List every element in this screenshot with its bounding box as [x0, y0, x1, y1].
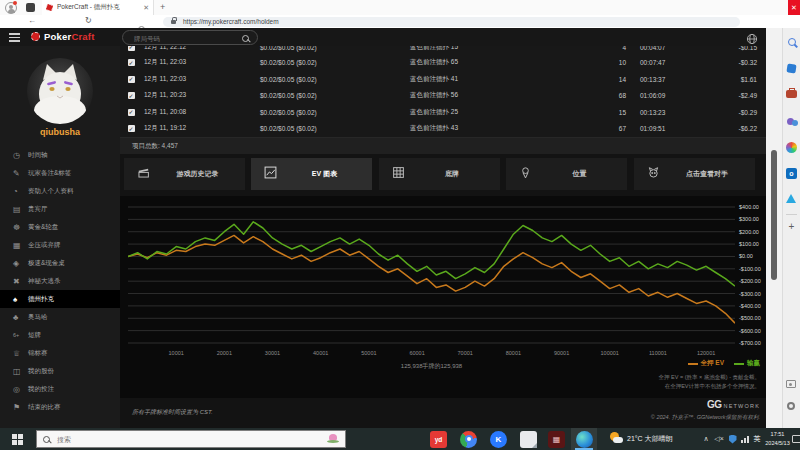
- table-row[interactable]: 12月 11, 22:03$0.02/$0.05 ($0.02)蓝色前注德扑 6…: [120, 55, 766, 73]
- tab-ev-graph[interactable]: EV 图表: [251, 158, 372, 190]
- sidebar-item-label: 黄金&轮盘: [28, 223, 58, 232]
- sidebar-item-gold-roulette[interactable]: ☸黄金&轮盘: [0, 218, 120, 236]
- legend-item[interactable]: 全押 EV: [688, 359, 724, 368]
- taskbar-search-input[interactable]: [55, 435, 322, 444]
- sidebar-item-my-bets[interactable]: ◎我的投注: [0, 380, 120, 398]
- cell-stakes: $0.02/$0.05 ($0.02): [260, 59, 410, 66]
- legend-item[interactable]: 输赢: [734, 359, 760, 368]
- sidebar-item-label: 玩家备注&标签: [28, 169, 71, 178]
- hole-cards-icon: [392, 165, 405, 183]
- cell-stakes: $0.02/$0.05 ($0.02): [260, 76, 410, 83]
- browser-tab[interactable]: PokerCraft - 德州扑克 ✕: [42, 0, 154, 15]
- security-shield-icon[interactable]: [727, 428, 738, 450]
- sidebar-item-label: 全压或弃牌: [28, 241, 61, 250]
- sidebar-item-label: 锦标赛: [28, 349, 48, 358]
- tab-position[interactable]: 位置: [506, 158, 627, 190]
- new-tab-button[interactable]: +: [160, 2, 165, 12]
- row-checkbox[interactable]: [128, 109, 135, 116]
- cell-hands: 67: [578, 125, 626, 132]
- designer-icon[interactable]: [786, 142, 797, 153]
- close-window-button[interactable]: ✕: [788, 0, 800, 15]
- tray-chevron-icon[interactable]: ∧: [700, 428, 712, 450]
- ev-graph[interactable]: [128, 202, 735, 348]
- table-row[interactable]: 12月 11, 22:03$0.02/$0.05 ($0.02)蓝色前注德扑 4…: [120, 71, 766, 89]
- table-row[interactable]: 12月 11, 20:08$0.02/$0.05 ($0.02)蓝色前注德扑 2…: [120, 104, 766, 122]
- volume-muted-icon[interactable]: ◁×: [713, 428, 725, 450]
- sidebar-item-holdem[interactable]: ♠德州扑克: [0, 290, 120, 308]
- sidebar-item-player-notes-labels[interactable]: ✎玩家备注&标签: [0, 164, 120, 182]
- briefcase-icon[interactable]: [786, 90, 797, 98]
- quark-icon[interactable]: K: [490, 431, 507, 448]
- x-axis-label: 30001: [256, 350, 290, 356]
- sidebar-item-battle-royale[interactable]: ✖神秘大逃杀: [0, 272, 120, 290]
- legend-label: 输赢: [747, 359, 760, 368]
- search-highlight-lotus-icon[interactable]: [327, 434, 339, 444]
- cell-stakes: $0.02/$0.05 ($0.02): [260, 125, 410, 132]
- address-bar[interactable]: https://my.pokercraft.com/holdem: [163, 17, 740, 27]
- weather-text[interactable]: 21°C 大部晴朗: [627, 434, 673, 444]
- settings-gear-icon[interactable]: [787, 402, 795, 410]
- notes-icon[interactable]: [520, 431, 537, 448]
- notification-center-icon[interactable]: [792, 435, 800, 443]
- sidebar-item-timeline[interactable]: ◷时间轴: [0, 146, 120, 164]
- sidebar-item-label: 我的投注: [28, 385, 54, 394]
- outlook-icon[interactable]: o: [786, 168, 797, 179]
- sidebar-item-my-stakes[interactable]: ◫我的股份: [0, 362, 120, 380]
- x-axis-label: 90001: [545, 350, 579, 356]
- y-axis-label: -$700.00: [739, 340, 761, 346]
- hands-caption: 125,938手牌的125,938: [128, 362, 735, 371]
- image-icon[interactable]: [786, 380, 796, 388]
- shopping-icon[interactable]: [786, 63, 796, 73]
- footnote-line: 全押 EV = (胜率 × 底池金额) - 贡献金额。: [659, 373, 760, 382]
- sidebar-search-icon[interactable]: [788, 38, 796, 46]
- gg-logo-text: GG: [707, 399, 722, 410]
- page-header: [0, 28, 766, 46]
- row-checkbox[interactable]: [128, 76, 135, 83]
- sidebar-item-tournaments[interactable]: ♕锦标赛: [0, 344, 120, 362]
- chrome-icon[interactable]: [460, 431, 477, 448]
- sidebar-item-rush-and-cash[interactable]: ◈极速&现金桌: [0, 254, 120, 272]
- start-button[interactable]: [0, 428, 34, 450]
- tab-close-icon[interactable]: ✕: [143, 4, 149, 11]
- refresh-button[interactable]: ↻: [85, 15, 92, 27]
- tab-hole-cards[interactable]: 底牌: [379, 158, 500, 190]
- cell-dur: 00:13:37: [626, 76, 710, 83]
- hand-search-box[interactable]: [122, 30, 258, 45]
- total-count-row: 项目总数: 4,457: [120, 138, 766, 154]
- workspace-icon[interactable]: [26, 3, 35, 12]
- pokercraft-logo[interactable]: PokerCraft: [31, 31, 95, 42]
- weather-icon[interactable]: [610, 432, 623, 445]
- sidebar-item-ended-events[interactable]: ⚑结束的比赛: [0, 398, 120, 416]
- taskbar-search[interactable]: [36, 430, 346, 448]
- edge-icon[interactable]: [576, 431, 593, 448]
- swoosh-icon[interactable]: [786, 194, 796, 203]
- capcut-grid-icon[interactable]: ▦: [548, 431, 565, 448]
- row-checkbox[interactable]: [128, 59, 135, 66]
- sidebar-item-vip-lounge[interactable]: ▤贵宾厅: [0, 200, 120, 218]
- sidebar-item-omaha[interactable]: ♣奥马哈: [0, 308, 120, 326]
- tab-game-history[interactable]: 游戏历史记录: [124, 158, 245, 190]
- hamburger-menu-icon[interactable]: [9, 33, 20, 44]
- back-button[interactable]: ←: [28, 15, 36, 27]
- language-globe-icon[interactable]: [746, 31, 758, 49]
- sidebar-item-label: 神秘大逃杀: [28, 277, 61, 286]
- row-checkbox[interactable]: [128, 125, 135, 132]
- table-row[interactable]: 12月 11, 20:23$0.02/$0.05 ($0.02)蓝色前注德扑 5…: [120, 88, 766, 106]
- tab-view-opponents[interactable]: 点击查看对手: [634, 158, 755, 190]
- hand-search-input[interactable]: [132, 32, 236, 45]
- add-sidebar-item-icon[interactable]: +: [783, 220, 800, 233]
- table-row[interactable]: 12月 11, 19:12$0.02/$0.05 ($0.02)蓝色前注德扑 4…: [120, 121, 766, 139]
- vip-lounge-icon: ▤: [13, 205, 28, 214]
- network-icon[interactable]: [739, 428, 751, 450]
- people-icon[interactable]: [786, 116, 799, 129]
- youdao-icon[interactable]: yd: [430, 431, 447, 448]
- sidebar-item-all-in-or-fold[interactable]: ▦全压或弃牌: [0, 236, 120, 254]
- y-axis-label: -$200.00: [739, 278, 761, 284]
- taskbar-clock[interactable]: 17:51 2024/5/13: [763, 430, 792, 448]
- sidebar-item-short-deck[interactable]: 6+短牌: [0, 326, 120, 344]
- sidebar-item-staking-profile[interactable]: ◔资助人个人资料: [0, 182, 120, 200]
- row-checkbox[interactable]: [128, 92, 135, 99]
- input-language-indicator[interactable]: 英: [751, 428, 763, 450]
- scrollbar-thumb[interactable]: [771, 150, 777, 280]
- avatar[interactable]: [27, 58, 93, 124]
